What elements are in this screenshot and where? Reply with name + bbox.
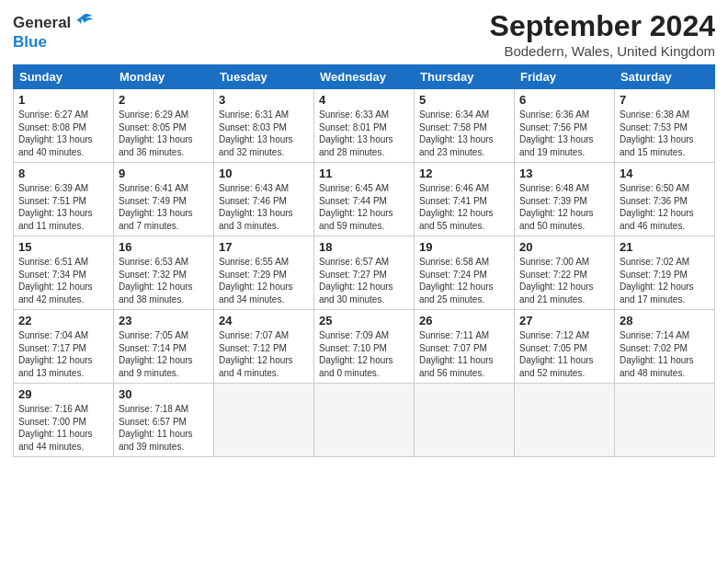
table-row: 15Sunrise: 6:51 AMSunset: 7:34 PMDayligh…: [14, 236, 114, 310]
table-row: 19Sunrise: 6:58 AMSunset: 7:24 PMDayligh…: [415, 236, 515, 310]
day-info: Sunrise: 7:18 AMSunset: 6:57 PMDaylight:…: [119, 403, 209, 453]
day-info: Sunrise: 6:36 AMSunset: 7:56 PMDaylight:…: [519, 109, 609, 158]
day-number: 1: [18, 93, 108, 107]
day-number: 13: [519, 167, 609, 180]
day-number: 7: [620, 93, 710, 107]
day-number: 11: [319, 167, 409, 180]
day-info: Sunrise: 6:31 AMSunset: 8:03 PMDaylight:…: [219, 109, 309, 158]
day-info: Sunrise: 7:14 AMSunset: 7:02 PMDaylight:…: [620, 329, 710, 379]
calendar-week-row: 15Sunrise: 6:51 AMSunset: 7:34 PMDayligh…: [14, 236, 715, 310]
day-number: 23: [119, 314, 209, 327]
day-info: Sunrise: 7:07 AMSunset: 7:12 PMDaylight:…: [219, 329, 309, 379]
day-info: Sunrise: 6:48 AMSunset: 7:39 PMDaylight:…: [519, 182, 609, 232]
day-info: Sunrise: 6:55 AMSunset: 7:29 PMDaylight:…: [219, 256, 309, 305]
location: Bodedern, Wales, United Kingdom: [490, 43, 715, 59]
day-number: 9: [119, 167, 209, 180]
table-row: 22Sunrise: 7:04 AMSunset: 7:17 PMDayligh…: [14, 310, 114, 384]
day-info: Sunrise: 7:02 AMSunset: 7:19 PMDaylight:…: [620, 256, 710, 305]
calendar-week-row: 22Sunrise: 7:04 AMSunset: 7:17 PMDayligh…: [14, 310, 715, 384]
day-number: 5: [419, 93, 509, 107]
table-row: 13Sunrise: 6:48 AMSunset: 7:39 PMDayligh…: [515, 163, 615, 236]
day-info: Sunrise: 7:00 AMSunset: 7:22 PMDaylight:…: [519, 256, 609, 305]
logo-bird-icon: [74, 13, 94, 33]
table-row: 20Sunrise: 7:00 AMSunset: 7:22 PMDayligh…: [515, 236, 615, 310]
col-monday: Monday: [114, 65, 214, 89]
table-row: [615, 384, 715, 457]
table-row: 30Sunrise: 7:18 AMSunset: 6:57 PMDayligh…: [114, 384, 214, 457]
day-info: Sunrise: 7:04 AMSunset: 7:17 PMDaylight:…: [18, 329, 108, 379]
day-number: 25: [319, 314, 409, 327]
table-row: 2Sunrise: 6:29 AMSunset: 8:05 PMDaylight…: [114, 89, 214, 163]
table-row: 14Sunrise: 6:50 AMSunset: 7:36 PMDayligh…: [615, 163, 715, 236]
table-row: 28Sunrise: 7:14 AMSunset: 7:02 PMDayligh…: [615, 310, 715, 384]
table-row: 26Sunrise: 7:11 AMSunset: 7:07 PMDayligh…: [415, 310, 515, 384]
col-sunday: Sunday: [14, 65, 114, 89]
table-row: 25Sunrise: 7:09 AMSunset: 7:10 PMDayligh…: [314, 310, 415, 384]
table-row: 6Sunrise: 6:36 AMSunset: 7:56 PMDaylight…: [515, 89, 615, 163]
day-number: 16: [119, 240, 209, 254]
table-row: 4Sunrise: 6:33 AMSunset: 8:01 PMDaylight…: [314, 89, 415, 163]
day-number: 29: [18, 387, 108, 401]
day-info: Sunrise: 7:09 AMSunset: 7:10 PMDaylight:…: [319, 329, 409, 379]
day-info: Sunrise: 6:27 AMSunset: 8:08 PMDaylight:…: [18, 109, 108, 158]
day-info: Sunrise: 6:58 AMSunset: 7:24 PMDaylight:…: [419, 256, 509, 305]
table-row: 17Sunrise: 6:55 AMSunset: 7:29 PMDayligh…: [214, 236, 314, 310]
day-info: Sunrise: 6:34 AMSunset: 7:58 PMDaylight:…: [419, 109, 509, 158]
day-number: 2: [119, 93, 209, 107]
table-row: 9Sunrise: 6:41 AMSunset: 7:49 PMDaylight…: [114, 163, 214, 236]
table-row: 23Sunrise: 7:05 AMSunset: 7:14 PMDayligh…: [114, 310, 214, 384]
day-number: 26: [419, 314, 509, 327]
day-number: 20: [519, 240, 609, 254]
table-row: 3Sunrise: 6:31 AMSunset: 8:03 PMDaylight…: [214, 89, 314, 163]
day-info: Sunrise: 6:29 AMSunset: 8:05 PMDaylight:…: [119, 109, 209, 158]
table-row: 7Sunrise: 6:38 AMSunset: 7:53 PMDaylight…: [615, 89, 715, 163]
col-saturday: Saturday: [615, 65, 715, 89]
day-number: 4: [319, 93, 409, 107]
day-info: Sunrise: 6:43 AMSunset: 7:46 PMDaylight:…: [219, 182, 309, 232]
title-area: September 2024 Bodedern, Wales, United K…: [490, 9, 715, 59]
day-info: Sunrise: 7:16 AMSunset: 7:00 PMDaylight:…: [18, 403, 108, 453]
day-info: Sunrise: 6:57 AMSunset: 7:27 PMDaylight:…: [319, 256, 409, 305]
calendar-week-row: 29Sunrise: 7:16 AMSunset: 7:00 PMDayligh…: [14, 384, 715, 457]
table-row: 21Sunrise: 7:02 AMSunset: 7:19 PMDayligh…: [615, 236, 715, 310]
calendar-table: Sunday Monday Tuesday Wednesday Thursday…: [13, 64, 715, 457]
day-number: 12: [419, 167, 509, 180]
day-number: 22: [18, 314, 108, 327]
logo-blue: Blue: [13, 33, 47, 52]
day-number: 28: [620, 314, 710, 327]
day-info: Sunrise: 6:39 AMSunset: 7:51 PMDaylight:…: [18, 182, 108, 232]
table-row: [314, 384, 415, 457]
day-number: 8: [18, 167, 108, 180]
day-number: 17: [219, 240, 309, 254]
logo-general: General: [13, 14, 71, 32]
col-tuesday: Tuesday: [214, 65, 314, 89]
table-row: 11Sunrise: 6:45 AMSunset: 7:44 PMDayligh…: [314, 163, 415, 236]
calendar-header-row: Sunday Monday Tuesday Wednesday Thursday…: [14, 65, 715, 89]
table-row: 5Sunrise: 6:34 AMSunset: 7:58 PMDaylight…: [415, 89, 515, 163]
table-row: 1Sunrise: 6:27 AMSunset: 8:08 PMDaylight…: [14, 89, 114, 163]
day-info: Sunrise: 6:53 AMSunset: 7:32 PMDaylight:…: [119, 256, 209, 305]
month-title: September 2024: [490, 9, 715, 43]
col-friday: Friday: [515, 65, 615, 89]
table-row: 18Sunrise: 6:57 AMSunset: 7:27 PMDayligh…: [314, 236, 415, 310]
table-row: 16Sunrise: 6:53 AMSunset: 7:32 PMDayligh…: [114, 236, 214, 310]
day-number: 21: [620, 240, 710, 254]
table-row: 8Sunrise: 6:39 AMSunset: 7:51 PMDaylight…: [14, 163, 114, 236]
day-info: Sunrise: 7:12 AMSunset: 7:05 PMDaylight:…: [519, 329, 609, 379]
table-row: [214, 384, 314, 457]
table-row: [415, 384, 515, 457]
col-wednesday: Wednesday: [314, 65, 415, 89]
table-row: 29Sunrise: 7:16 AMSunset: 7:00 PMDayligh…: [14, 384, 114, 457]
table-row: [515, 384, 615, 457]
day-number: 6: [519, 93, 609, 107]
day-info: Sunrise: 6:41 AMSunset: 7:49 PMDaylight:…: [119, 182, 209, 232]
table-row: 10Sunrise: 6:43 AMSunset: 7:46 PMDayligh…: [214, 163, 314, 236]
day-info: Sunrise: 6:50 AMSunset: 7:36 PMDaylight:…: [620, 182, 710, 232]
day-number: 27: [519, 314, 609, 327]
day-number: 3: [219, 93, 309, 107]
day-number: 14: [620, 167, 710, 180]
calendar-week-row: 8Sunrise: 6:39 AMSunset: 7:51 PMDaylight…: [14, 163, 715, 236]
page: General Blue September 2024 Bodedern, Wa…: [0, 0, 728, 563]
day-number: 10: [219, 167, 309, 180]
header: General Blue September 2024 Bodedern, Wa…: [13, 9, 715, 59]
